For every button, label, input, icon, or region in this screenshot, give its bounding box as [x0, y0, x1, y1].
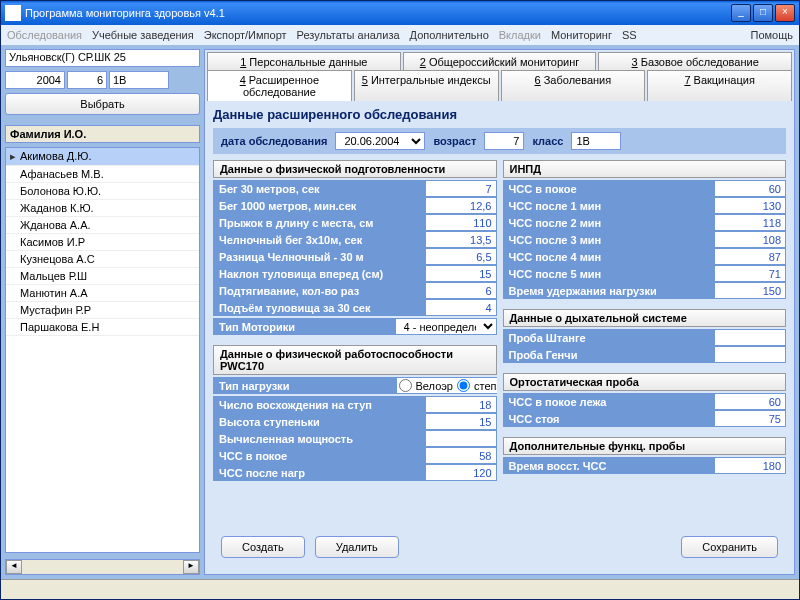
h-scrollbar[interactable]: ◄ ►: [5, 559, 200, 575]
save-button[interactable]: Сохранить: [681, 536, 778, 558]
value-field[interactable]: [715, 394, 785, 409]
list-item[interactable]: Болонова Ю.Ю.: [6, 183, 199, 200]
tab[interactable]: 4 Расширенное обследование: [207, 70, 352, 101]
data-row: ЧСС после 4 мин: [503, 248, 787, 265]
value-field[interactable]: [426, 181, 496, 196]
row-label: Подтягивание, кол-во раз: [213, 285, 425, 297]
main-panel: 1 Персональные данные2 Общероссийский мо…: [204, 49, 795, 575]
num-field[interactable]: [67, 71, 107, 89]
value-field[interactable]: [426, 465, 496, 480]
value-field[interactable]: [426, 283, 496, 298]
menu-item[interactable]: SS: [622, 29, 637, 41]
radio-velo[interactable]: [399, 379, 412, 392]
row-label: ЧСС после 1 мин: [503, 200, 715, 212]
row-label: Число восхождения на ступ: [213, 399, 425, 411]
data-row: ЧСС после 2 мин: [503, 214, 787, 231]
close-button[interactable]: ×: [775, 4, 795, 22]
list-item[interactable]: Манютин А.А: [6, 285, 199, 302]
radio-step[interactable]: [457, 379, 470, 392]
value-field[interactable]: [426, 198, 496, 213]
value-field[interactable]: [715, 215, 785, 230]
tab[interactable]: 3 Базовое обследование: [598, 52, 792, 71]
value-field[interactable]: [426, 414, 496, 429]
list-item[interactable]: Жаданов К.Ю.: [6, 200, 199, 217]
delete-button[interactable]: Удалить: [315, 536, 399, 558]
menu-help[interactable]: Помощь: [751, 29, 794, 41]
scroll-right-icon[interactable]: ►: [183, 560, 199, 574]
group-header: Дополнительные функц. пробы: [503, 437, 787, 455]
value-field[interactable]: [715, 266, 785, 281]
list-item[interactable]: Паршакова Е.Н: [6, 319, 199, 336]
tab[interactable]: 6 Заболевания: [501, 70, 646, 101]
value-field[interactable]: [426, 266, 496, 281]
list-item[interactable]: Мальцев Р.Ш: [6, 268, 199, 285]
value-field[interactable]: [715, 198, 785, 213]
date-select[interactable]: 20.06.2004: [335, 132, 425, 150]
menu-item[interactable]: Обследования: [7, 29, 82, 41]
list-item[interactable]: Кузнецова А.С: [6, 251, 199, 268]
class-label: класс: [532, 135, 563, 147]
row-label: Проба Штанге: [503, 332, 715, 344]
tabs-row-1: 1 Персональные данные2 Общероссийский мо…: [207, 52, 792, 71]
list-item[interactable]: ▸Акимова Д.Ю.: [6, 148, 199, 166]
date-label: дата обследования: [221, 135, 327, 147]
data-row: Бег 30 метров, сек: [213, 180, 497, 197]
school-field[interactable]: Ульяновск(Г) СР.ШК 25: [5, 49, 200, 67]
value-field[interactable]: [715, 330, 785, 345]
window-title: Программа мониторинга здоровья v4.1: [25, 7, 731, 19]
menu-item[interactable]: Мониторинг: [551, 29, 612, 41]
value-field[interactable]: [426, 215, 496, 230]
list-item[interactable]: Афанасьев М.В.: [6, 166, 199, 183]
create-button[interactable]: Создать: [221, 536, 305, 558]
motor-select[interactable]: 4 - неопределенн: [396, 319, 496, 334]
list-item[interactable]: Касимов И.Р: [6, 234, 199, 251]
group-header: Данные о физической работоспособности PW…: [213, 345, 497, 375]
select-button[interactable]: Выбрать: [5, 93, 200, 115]
menu-item[interactable]: Результаты анализа: [297, 29, 400, 41]
value-field[interactable]: [715, 347, 785, 362]
list-item[interactable]: Жданова А.А.: [6, 217, 199, 234]
year-field[interactable]: [5, 71, 65, 89]
menu-item[interactable]: Учебные заведения: [92, 29, 194, 41]
value-field[interactable]: [426, 249, 496, 264]
data-row: ЧСС стоя: [503, 410, 787, 427]
value-field[interactable]: [426, 300, 496, 315]
value-field[interactable]: [715, 411, 785, 426]
data-row: Проба Штанге: [503, 329, 787, 346]
value-field[interactable]: [426, 232, 496, 247]
value-field[interactable]: [715, 181, 785, 196]
row-label: Прыжок в длину с места, см: [213, 217, 425, 229]
value-field[interactable]: [426, 431, 496, 446]
data-row: Наклон туловища вперед (см): [213, 265, 497, 282]
data-row: Время восст. ЧСС: [503, 457, 787, 474]
value-field[interactable]: [426, 397, 496, 412]
data-row: ЧСС после 5 мин: [503, 265, 787, 282]
class-field[interactable]: [109, 71, 169, 89]
scroll-left-icon[interactable]: ◄: [6, 560, 22, 574]
value-field[interactable]: [426, 448, 496, 463]
age-field[interactable]: [484, 132, 524, 150]
data-row: Подъём туловища за 30 сек: [213, 299, 497, 316]
value-field[interactable]: [715, 232, 785, 247]
data-row: Проба Генчи: [503, 346, 787, 363]
group-header: Данные о дыхательной системе: [503, 309, 787, 327]
student-list[interactable]: ▸Акимова Д.Ю.Афанасьев М.В.Болонова Ю.Ю.…: [5, 147, 200, 553]
menu-item[interactable]: Дополнительно: [410, 29, 489, 41]
value-field[interactable]: [715, 249, 785, 264]
menu-item[interactable]: Вкладки: [499, 29, 541, 41]
tab[interactable]: 7 Вакцинация: [647, 70, 792, 101]
minimize-button[interactable]: _: [731, 4, 751, 22]
data-row: Подтягивание, кол-во раз: [213, 282, 497, 299]
tab[interactable]: 1 Персональные данные: [207, 52, 401, 71]
group-header: ИНПД: [503, 160, 787, 178]
tab[interactable]: 5 Интегральные индексы: [354, 70, 499, 101]
maximize-button[interactable]: □: [753, 4, 773, 22]
menu-item[interactable]: Экспорт/Импорт: [204, 29, 287, 41]
tab[interactable]: 2 Общероссийский мониторинг: [403, 52, 597, 71]
data-row: Число восхождения на ступ: [213, 396, 497, 413]
value-field[interactable]: [715, 283, 785, 298]
list-item[interactable]: Мустафин Р.Р: [6, 302, 199, 319]
class-display[interactable]: [571, 132, 621, 150]
row-label: ЧСС в покое лежа: [503, 396, 715, 408]
value-field[interactable]: [715, 458, 785, 473]
